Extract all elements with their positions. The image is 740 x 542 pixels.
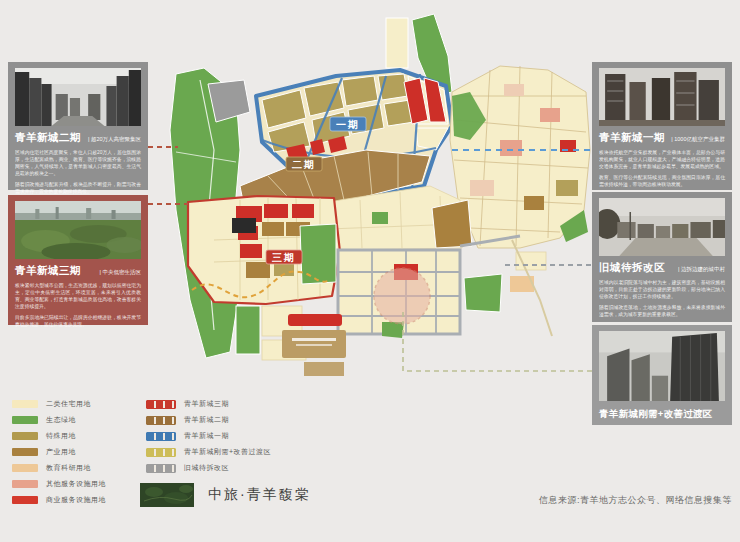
legend-swatch [146, 400, 176, 409]
phase1-title: 青羊新城一期 [599, 131, 665, 145]
callout-oldtown: 旧城待拆改区 | 边拆边建的城中村 区域内以老旧院落与城中村为主，建筑密度高，基… [592, 192, 732, 322]
legend-item: 生态绿地 [12, 412, 106, 428]
phase1-tag: | 1000亿航空产业集群 [671, 136, 725, 143]
phase1-badge-label: 一期 [336, 119, 360, 130]
oldtown-title: 旧城待拆改区 [599, 261, 665, 275]
legend-label: 青羊新城一期 [184, 431, 229, 441]
legend-landuse: 二类住宅用地 生态绿地 特殊用地 产业用地 教育科研用地 其他服务设施用地 商业… [12, 396, 106, 508]
phase2-badge-label: 二期 [292, 159, 316, 170]
phase2-tag: | 超20万人高密聚集区 [88, 136, 141, 143]
legend-swatch [146, 432, 176, 441]
map-oldtown-area [450, 66, 590, 248]
legend-label: 产业用地 [46, 447, 76, 457]
legend-item: 青羊新城刚需+改善过渡区 [146, 444, 271, 460]
legend-item: 青羊新城一期 [146, 428, 271, 444]
phase2-body-1: 区域内住宅社区高度聚集，常住人口超20万人，居住氛围浓厚，生活配套成熟，商业、教… [15, 149, 141, 177]
map-phase3-zone [188, 196, 340, 304]
legend-label: 二类住宅用地 [46, 399, 91, 409]
phase1-body-2: 教育、医疗等公共配套陆续兑现，商业氛围日渐浓厚，居住需求持续外溢，带动周边板块联… [599, 174, 725, 188]
oldtown-street-photo [599, 198, 725, 256]
legend-item: 其他服务设施用地 [12, 476, 106, 492]
legend-swatch [146, 416, 176, 425]
callout-transition: 青羊新城刚需+改善过渡区 [592, 325, 732, 425]
legend-label: 旧城待拆改区 [184, 463, 229, 473]
phase1-office-photo [599, 68, 725, 126]
map-bottomright-parcels [464, 240, 552, 336]
legend-swatch [12, 496, 38, 504]
transition-title: 青羊新城刚需+改善过渡区 [599, 408, 725, 421]
legend-label: 青羊新城二期 [184, 415, 229, 425]
legend-swatch [12, 464, 38, 472]
legend-item: 旧城待拆改区 [146, 460, 271, 476]
legend-label: 特殊用地 [46, 431, 76, 441]
legend-label: 青羊新城三期 [184, 399, 229, 409]
legend-phases: 青羊新城三期 青羊新城二期 青羊新城一期 青羊新城刚需+改善过渡区 旧城待拆改区 [146, 396, 271, 476]
legend-label: 生态绿地 [46, 415, 76, 425]
legend-item: 特殊用地 [12, 428, 106, 444]
phase3-park-photo [15, 201, 141, 259]
legend-item: 产业用地 [12, 444, 106, 460]
source-note: 信息来源:青羊地方志公众号、网络信息搜集等 [539, 494, 732, 507]
phase3-tag: | 中央低密生活区 [100, 269, 141, 276]
transition-towers-photo [599, 331, 725, 401]
legend-label: 其他服务设施用地 [46, 479, 106, 489]
legend-item: 二类住宅用地 [12, 396, 106, 412]
phase2-body-2: 随着旧改推进与配套升级，板块品质不断提升，刚需与改善需求并存，置业热度长期保持高… [15, 181, 141, 195]
logo-text: 中旅·青羊馥棠 [208, 486, 311, 504]
legend-item: 商业服务设施用地 [12, 492, 106, 508]
legend-label: 教育科研用地 [46, 463, 91, 473]
legend-swatch [12, 448, 38, 456]
legend-item: 青羊新城二期 [146, 412, 271, 428]
phase2-buildings-photo [15, 68, 141, 126]
oldtown-tag: | 边拆边建的城中村 [678, 266, 725, 273]
legend-swatch [146, 448, 176, 457]
phase2-title: 青羊新城二期 [15, 131, 81, 145]
phase3-title: 青羊新城三期 [15, 264, 81, 278]
oldtown-body-1: 区域内以老旧院落与城中村为主，建筑密度高，基础设施相对薄弱，目前正处于边拆边建的… [599, 279, 725, 300]
site-highlight-circle [374, 268, 430, 324]
legend-swatch [12, 480, 38, 488]
legend-label: 青羊新城刚需+改善过渡区 [184, 447, 271, 457]
legend-label: 商业服务设施用地 [46, 495, 106, 505]
phase1-body-1: 板块依托航空产业集群发展，产业载体丰富，总部办公与研发机构聚集，就业人口规模庞大… [599, 149, 725, 170]
legend-item: 青羊新城三期 [146, 396, 271, 412]
logo-satellite-image [140, 483, 194, 507]
infographic-canvas: 一期 二期 三期 青羊新城二期 | 超20万人高密聚集区 区域内住宅社区高度聚集… [0, 0, 740, 542]
brand-logo: 中旅·青羊馥棠 [140, 483, 311, 507]
oldtown-body-2: 随着旧城改造落地，土地资源逐步释放，未来将承接新城外溢需求，成为城市更新的重要承… [599, 304, 725, 318]
legend-swatch [12, 400, 38, 408]
legend-item: 教育科研用地 [12, 460, 106, 476]
callout-phase2: 青羊新城二期 | 超20万人高密聚集区 区域内住宅社区高度聚集，常住人口超20万… [8, 62, 148, 190]
legend-swatch [12, 416, 38, 424]
map-bottom-blocks [282, 314, 346, 376]
legend-swatch [146, 464, 176, 473]
phase3-badge-label: 三期 [272, 252, 296, 263]
legend-swatch [12, 432, 38, 440]
phase3-body-2: 目前多宗地块已陆续出让，品牌房企相继进驻，板块开发节奏稳步推进，居住价值逐步兑现… [15, 314, 141, 328]
phase3-body-1: 板块紧邻大型城市公园，生态资源优越，规划以低密住宅为主，定位中央低密生活区，环境… [15, 282, 141, 310]
callout-phase1: 青羊新城一期 | 1000亿航空产业集群 板块依托航空产业集群发展，产业载体丰富… [592, 62, 732, 190]
callout-phase3: 青羊新城三期 | 中央低密生活区 板块紧邻大型城市公园，生态资源优越，规划以低密… [8, 195, 148, 325]
